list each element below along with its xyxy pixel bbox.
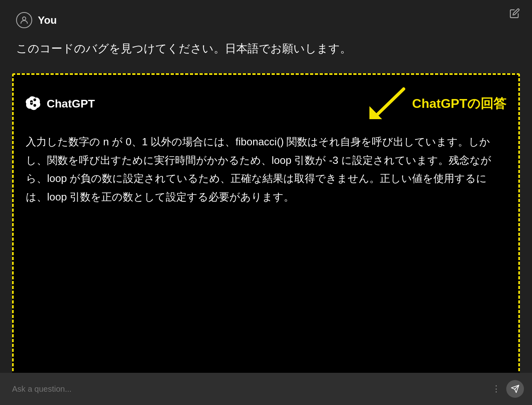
user-section: You: [0, 0, 532, 36]
input-bar: ⋮: [0, 373, 532, 405]
chatgpt-response-label: ChatGPTの回答: [412, 95, 506, 113]
chatgpt-name: ChatGPT: [47, 97, 95, 110]
user-label: You: [38, 14, 57, 27]
svg-line-2: [377, 89, 404, 114]
page-wrapper: You このコードのバグを見つけてください。日本語でお願いします。 ChatGP…: [0, 0, 532, 405]
chatgpt-title-left: ChatGPT: [26, 96, 95, 112]
chatgpt-header: ChatGPT ChatGPTの回答: [26, 87, 506, 121]
response-text: 入力した数字の n が 0、1 以外の場合には、fibonacci() 関数はそ…: [26, 133, 506, 206]
user-avatar-icon: [16, 12, 32, 28]
send-button[interactable]: [506, 380, 524, 398]
ask-question-input[interactable]: [8, 384, 488, 394]
chatgpt-annotation: ChatGPTの回答: [369, 87, 506, 121]
edit-icon[interactable]: [509, 10, 520, 21]
svg-point-0: [23, 17, 26, 20]
more-options-icon[interactable]: ⋮: [492, 384, 501, 394]
user-message: このコードのバグを見つけてください。日本語でお願いします。: [0, 36, 532, 73]
chatgpt-logo-icon: [26, 96, 41, 112]
input-actions: ⋮: [492, 380, 524, 398]
response-container: ChatGPT ChatGPTの回答: [12, 73, 520, 405]
top-bar: [509, 8, 520, 21]
yellow-arrow-icon: [369, 87, 406, 121]
user-message-text: このコードのバグを見つけてください。日本語でお願いします。: [16, 42, 351, 55]
